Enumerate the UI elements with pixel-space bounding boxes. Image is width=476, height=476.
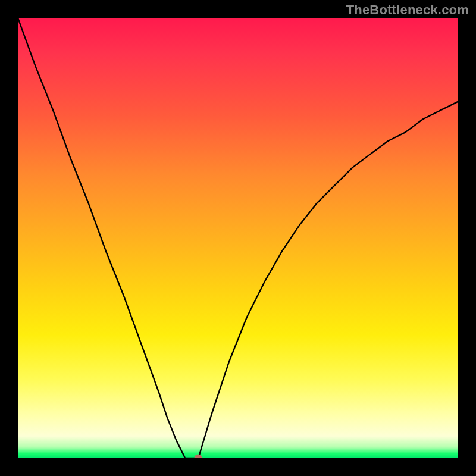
curve-svg bbox=[18, 18, 458, 458]
plot-area bbox=[18, 18, 458, 458]
optimal-point-marker bbox=[195, 455, 202, 459]
chart-stage: TheBottleneck.com bbox=[0, 0, 476, 476]
bottleneck-curve bbox=[18, 18, 458, 458]
watermark-text: TheBottleneck.com bbox=[346, 2, 469, 18]
